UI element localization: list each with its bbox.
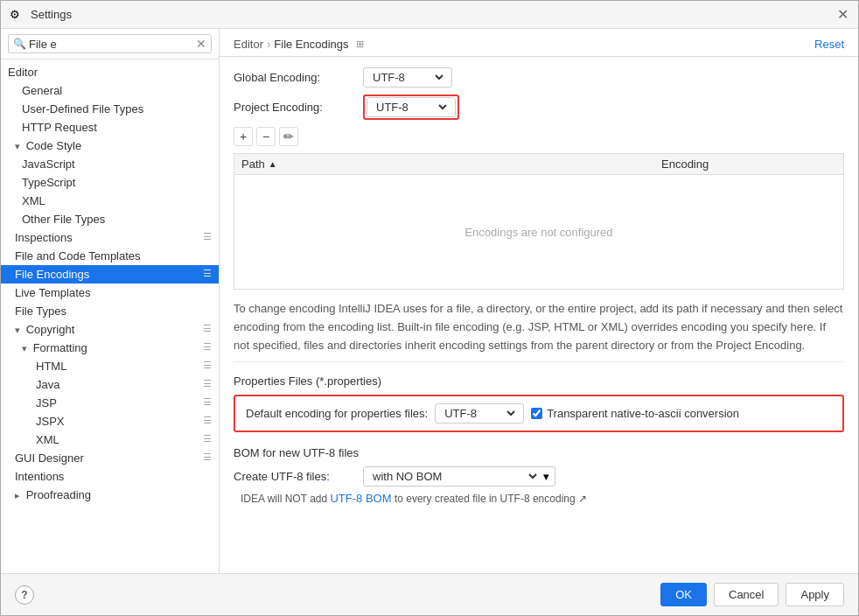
copyright-label: Copyright (26, 323, 75, 336)
sidebar-item-xml[interactable]: XML (1, 192, 219, 210)
global-encoding-row: Global Encoding: UTF-8 ISO-8859-1 US-ASC… (234, 67, 844, 88)
sidebar-item-jsp[interactable]: JSP ☰ (1, 394, 219, 412)
bom-section: BOM for new UTF-8 files Create UTF-8 fil… (234, 446, 844, 505)
properties-encoding-box: Default encoding for properties files: U… (234, 395, 844, 432)
breadcrumb-separator: › (267, 38, 270, 51)
table-header: Path ▲ Encoding (234, 154, 843, 175)
formatting-icon: ☰ (203, 341, 212, 353)
project-encoding-select-wrapper[interactable]: UTF-8 ISO-8859-1 US-ASCII (367, 97, 456, 117)
file-encodings-label: File Encodings (15, 268, 89, 281)
sidebar-item-java[interactable]: Java ☰ (1, 375, 219, 394)
path-toolbar: + − ✏ (234, 127, 844, 146)
cancel-button[interactable]: Cancel (714, 583, 779, 606)
html-icon: ☰ (203, 360, 212, 371)
proofreading-label: Proofreading (26, 488, 91, 501)
xml2-icon: ☰ (203, 433, 212, 444)
reset-button[interactable]: Reset (814, 38, 844, 51)
live-templates-label: Live Templates (15, 286, 90, 299)
sidebar-item-inspections[interactable]: Inspections ☰ (1, 228, 219, 247)
sidebar-item-http-request[interactable]: HTTP Request (1, 118, 219, 136)
content-header: Editor › File Encodings ⊞ Reset (220, 29, 858, 57)
copyright-toggle: ▾ (15, 325, 20, 335)
file-types-label: File Types (15, 304, 66, 318)
sidebar-item-file-code-templates[interactable]: File and Code Templates (1, 247, 219, 265)
search-input-wrapper[interactable]: 🔍 ✕ (8, 34, 212, 53)
footer-left: ? (15, 585, 34, 605)
settings-dialog: ⚙ Settings ✕ 🔍 ✕ Editor General (0, 0, 859, 616)
sidebar-item-copyright[interactable]: ▾ Copyright ☰ (1, 320, 219, 339)
general-label: General (22, 84, 62, 97)
sidebar-item-code-style[interactable]: ▾ Code Style (1, 136, 219, 155)
bom-create-select-wrapper[interactable]: with NO BOM with BOM ▾ (363, 466, 555, 486)
transparent-conversion-checkbox-wrapper[interactable]: Transparent native-to-ascii conversion (531, 407, 739, 420)
xml-label: XML (22, 194, 45, 207)
sidebar-item-user-defined[interactable]: User-Defined File Types (1, 100, 219, 118)
props-encoding-select[interactable]: UTF-8 ISO-8859-1 (441, 406, 518, 421)
path-column-header[interactable]: Path ▲ (241, 158, 661, 171)
sidebar-item-file-types[interactable]: File Types (1, 302, 219, 320)
file-code-templates-label: File and Code Templates (15, 249, 141, 262)
editor-label: Editor (8, 66, 38, 79)
content-area: Editor › File Encodings ⊞ Reset Global E… (220, 29, 858, 573)
breadcrumb-parent: Editor (234, 38, 263, 51)
sidebar-item-proofreading[interactable]: ▸ Proofreading (1, 486, 219, 504)
bom-link[interactable]: UTF-8 BOM (330, 492, 391, 505)
sidebar-item-editor[interactable]: Editor (1, 63, 219, 81)
sidebar-item-formatting[interactable]: ▾ Formatting ☰ (1, 339, 219, 357)
sidebar: 🔍 ✕ Editor General User-Defined File Typ… (1, 29, 220, 573)
sidebar-item-xml2[interactable]: XML ☰ (1, 430, 219, 449)
jspx-icon: ☰ (203, 415, 212, 426)
main-area: 🔍 ✕ Editor General User-Defined File Typ… (1, 29, 858, 573)
props-encoding-select-wrapper[interactable]: UTF-8 ISO-8859-1 (435, 403, 524, 424)
sidebar-item-file-encodings[interactable]: File Encodings ☰ (1, 265, 219, 284)
global-encoding-select-wrapper[interactable]: UTF-8 ISO-8859-1 US-ASCII (363, 67, 452, 88)
encodings-table: Path ▲ Encoding Encodings are not config… (234, 153, 844, 290)
remove-path-button[interactable]: − (256, 127, 276, 146)
project-encoding-row: Project Encoding: UTF-8 ISO-8859-1 US-AS… (234, 94, 844, 120)
sidebar-item-javascript[interactable]: JavaScript (1, 155, 219, 173)
intentions-label: Intentions (15, 470, 64, 483)
jsp-label: JSP (36, 396, 57, 410)
inspections-icon: ☰ (203, 231, 212, 242)
sidebar-item-typescript[interactable]: TypeScript (1, 173, 219, 192)
code-style-toggle: ▾ (15, 141, 20, 151)
help-button[interactable]: ? (15, 585, 34, 605)
bom-section-title: BOM for new UTF-8 files (234, 446, 844, 459)
sidebar-item-jspx[interactable]: JSPX ☰ (1, 412, 219, 430)
bom-create-row: Create UTF-8 files: with NO BOM with BOM… (234, 466, 844, 486)
props-section-title: Properties Files (*.properties) (234, 374, 844, 388)
table-empty-state: Encodings are not configured (234, 175, 843, 289)
sidebar-item-intentions[interactable]: Intentions (1, 467, 219, 486)
transparent-conversion-checkbox[interactable] (531, 408, 542, 419)
http-request-label: HTTP Request (22, 121, 97, 134)
sidebar-item-gui-designer[interactable]: GUI Designer ☰ (1, 449, 219, 467)
close-button[interactable]: ✕ (835, 8, 849, 22)
formatting-label: Formatting (33, 341, 87, 354)
ok-button[interactable]: OK (660, 583, 707, 606)
search-clear-icon[interactable]: ✕ (196, 37, 206, 51)
bom-dropdown-arrow: ▾ (543, 470, 549, 483)
bom-info-row: IDEA will NOT add UTF-8 BOM to every cre… (234, 492, 844, 505)
proofreading-toggle: ▸ (15, 490, 20, 500)
bom-create-select[interactable]: with NO BOM with BOM (369, 469, 540, 484)
global-encoding-select[interactable]: UTF-8 ISO-8859-1 US-ASCII (369, 70, 446, 85)
sidebar-item-live-templates[interactable]: Live Templates (1, 284, 219, 302)
sidebar-tree: Editor General User-Defined File Types H… (1, 60, 219, 573)
sidebar-item-general[interactable]: General (1, 81, 219, 100)
encoding-column-header: Encoding (661, 158, 836, 171)
apply-button[interactable]: Apply (786, 583, 844, 606)
user-defined-label: User-Defined File Types (22, 102, 143, 116)
gui-designer-icon: ☰ (203, 452, 212, 463)
footer: ? OK Cancel Apply (1, 573, 858, 615)
project-encoding-select[interactable]: UTF-8 ISO-8859-1 US-ASCII (373, 100, 450, 115)
inspections-label: Inspections (15, 231, 73, 244)
sidebar-item-other-file-types[interactable]: Other File Types (1, 210, 219, 228)
other-file-types-label: Other File Types (22, 213, 105, 226)
edit-path-button[interactable]: ✏ (279, 127, 298, 146)
search-input[interactable] (29, 38, 196, 51)
sidebar-item-html[interactable]: HTML ☰ (1, 357, 219, 375)
props-encoding-label: Default encoding for properties files: (246, 407, 428, 420)
file-encodings-icon: ☰ (203, 268, 212, 279)
breadcrumb-settings-icon: ⊞ (356, 38, 364, 50)
add-path-button[interactable]: + (234, 127, 253, 146)
